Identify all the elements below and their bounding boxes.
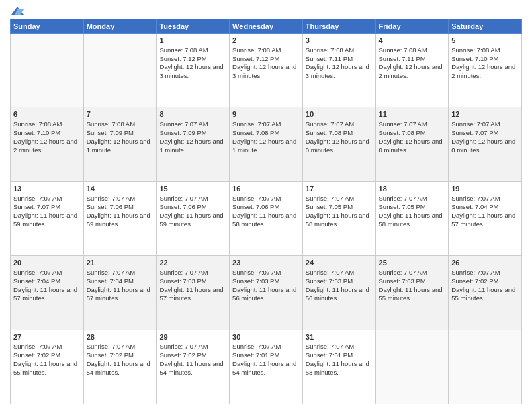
calendar-day-header: Monday (83, 19, 157, 34)
sunset-text: Sunset: 7:02 PM (451, 277, 498, 285)
sunrise-text: Sunrise: 7:08 AM (451, 46, 500, 54)
calendar-cell: 1Sunrise: 7:08 AMSunset: 7:12 PMDaylight… (157, 34, 230, 107)
daylight-text: Daylight: 12 hours and 1 minute. (87, 138, 150, 154)
calendar-cell: 14Sunrise: 7:07 AMSunset: 7:06 PMDayligh… (83, 181, 157, 255)
calendar-week-row: 6Sunrise: 7:08 AMSunset: 7:10 PMDaylight… (11, 107, 522, 181)
calendar-cell: 27Sunrise: 7:07 AMSunset: 7:02 PMDayligh… (11, 330, 84, 404)
day-number: 28 (87, 332, 154, 342)
sunset-text: Sunset: 7:04 PM (13, 277, 60, 285)
calendar-cell (11, 34, 84, 107)
day-number: 19 (451, 184, 519, 194)
sunset-text: Sunset: 7:01 PM (232, 351, 279, 359)
calendar-cell: 16Sunrise: 7:07 AMSunset: 7:06 PMDayligh… (230, 181, 303, 255)
sunrise-text: Sunrise: 7:07 AM (232, 195, 281, 202)
daylight-text: Daylight: 11 hours and 54 minutes. (87, 360, 150, 376)
sunset-text: Sunset: 7:09 PM (159, 129, 206, 136)
calendar-cell: 5Sunrise: 7:08 AMSunset: 7:10 PMDaylight… (449, 34, 522, 107)
sunset-text: Sunset: 7:12 PM (159, 55, 206, 62)
daylight-text: Daylight: 12 hours and 2 minutes. (451, 63, 515, 79)
calendar-day-header: Wednesday (230, 19, 303, 34)
sunset-text: Sunset: 7:04 PM (87, 277, 134, 285)
calendar-cell: 31Sunrise: 7:07 AMSunset: 7:01 PMDayligh… (302, 330, 375, 404)
day-number: 21 (87, 258, 154, 268)
calendar-table: SundayMondayTuesdayWednesdayThursdayFrid… (10, 19, 522, 404)
calendar-cell: 29Sunrise: 7:07 AMSunset: 7:02 PMDayligh… (157, 330, 230, 404)
day-number: 23 (232, 258, 300, 268)
calendar-cell (375, 330, 449, 404)
sunrise-text: Sunrise: 7:08 AM (13, 120, 62, 128)
daylight-text: Daylight: 11 hours and 56 minutes. (306, 286, 369, 302)
calendar-cell: 25Sunrise: 7:07 AMSunset: 7:03 PMDayligh… (375, 256, 449, 330)
day-number: 16 (232, 184, 300, 194)
calendar-cell: 20Sunrise: 7:07 AMSunset: 7:04 PMDayligh… (11, 256, 84, 330)
sunset-text: Sunset: 7:07 PM (13, 203, 60, 210)
day-number: 7 (87, 109, 154, 120)
sunrise-text: Sunrise: 7:07 AM (159, 120, 208, 128)
daylight-text: Daylight: 11 hours and 56 minutes. (232, 286, 296, 302)
day-number: 15 (159, 184, 226, 194)
sunset-text: Sunset: 7:12 PM (232, 55, 279, 62)
sunset-text: Sunset: 7:08 PM (306, 129, 353, 136)
day-number: 24 (306, 258, 373, 268)
sunrise-text: Sunrise: 7:07 AM (306, 342, 354, 350)
logo-icon (11, 5, 24, 16)
sunset-text: Sunset: 7:02 PM (87, 351, 134, 359)
sunset-text: Sunset: 7:03 PM (306, 277, 353, 285)
sunrise-text: Sunrise: 7:07 AM (232, 342, 281, 350)
daylight-text: Daylight: 12 hours and 1 minute. (232, 138, 296, 154)
day-number: 8 (159, 109, 226, 120)
calendar-cell: 11Sunrise: 7:07 AMSunset: 7:08 PMDayligh… (375, 107, 449, 181)
calendar-cell: 13Sunrise: 7:07 AMSunset: 7:07 PMDayligh… (11, 181, 84, 255)
sunset-text: Sunset: 7:05 PM (306, 203, 353, 210)
day-number: 11 (379, 109, 446, 120)
daylight-text: Daylight: 12 hours and 1 minute. (159, 138, 223, 154)
daylight-text: Daylight: 12 hours and 2 minutes. (379, 63, 443, 79)
sunset-text: Sunset: 7:10 PM (451, 55, 498, 62)
sunset-text: Sunset: 7:08 PM (232, 129, 279, 136)
calendar-cell: 22Sunrise: 7:07 AMSunset: 7:03 PMDayligh… (157, 256, 230, 330)
header (10, 7, 522, 15)
sunrise-text: Sunrise: 7:07 AM (159, 342, 208, 350)
sunrise-text: Sunrise: 7:07 AM (13, 269, 62, 276)
day-number: 1 (159, 36, 226, 46)
calendar-cell: 12Sunrise: 7:07 AMSunset: 7:07 PMDayligh… (449, 107, 522, 181)
daylight-text: Daylight: 12 hours and 3 minutes. (232, 63, 296, 79)
calendar-cell: 3Sunrise: 7:08 AMSunset: 7:11 PMDaylight… (302, 34, 375, 107)
sunset-text: Sunset: 7:10 PM (13, 129, 60, 136)
calendar-cell: 4Sunrise: 7:08 AMSunset: 7:11 PMDaylight… (375, 34, 449, 107)
sunrise-text: Sunrise: 7:07 AM (306, 269, 354, 276)
daylight-text: Daylight: 11 hours and 57 minutes. (13, 286, 77, 302)
daylight-text: Daylight: 11 hours and 59 minutes. (159, 212, 223, 228)
sunrise-text: Sunrise: 7:08 AM (232, 46, 281, 54)
day-number: 13 (13, 184, 81, 194)
daylight-text: Daylight: 11 hours and 57 minutes. (87, 286, 150, 302)
day-number: 18 (379, 184, 446, 194)
day-number: 14 (87, 184, 154, 194)
day-number: 10 (306, 109, 373, 120)
sunset-text: Sunset: 7:03 PM (379, 277, 426, 285)
daylight-text: Daylight: 11 hours and 58 minutes. (306, 212, 369, 228)
daylight-text: Daylight: 11 hours and 57 minutes. (451, 212, 515, 228)
sunrise-text: Sunrise: 7:07 AM (379, 195, 427, 202)
day-number: 9 (232, 109, 300, 120)
calendar-day-header: Friday (375, 19, 449, 34)
day-number: 29 (159, 332, 226, 342)
day-number: 22 (159, 258, 226, 268)
day-number: 26 (451, 258, 519, 268)
daylight-text: Daylight: 11 hours and 59 minutes. (87, 212, 150, 228)
sunrise-text: Sunrise: 7:08 AM (379, 46, 427, 54)
calendar-header-row: SundayMondayTuesdayWednesdayThursdayFrid… (11, 19, 522, 34)
calendar-cell: 2Sunrise: 7:08 AMSunset: 7:12 PMDaylight… (230, 34, 303, 107)
daylight-text: Daylight: 12 hours and 0 minutes. (306, 138, 369, 154)
sunrise-text: Sunrise: 7:07 AM (87, 195, 135, 202)
daylight-text: Daylight: 11 hours and 59 minutes. (13, 212, 77, 228)
sunrise-text: Sunrise: 7:08 AM (159, 46, 208, 54)
calendar-cell: 26Sunrise: 7:07 AMSunset: 7:02 PMDayligh… (449, 256, 522, 330)
day-number: 27 (13, 332, 81, 342)
calendar-cell: 23Sunrise: 7:07 AMSunset: 7:03 PMDayligh… (230, 256, 303, 330)
calendar-cell: 18Sunrise: 7:07 AMSunset: 7:05 PMDayligh… (375, 181, 449, 255)
day-number: 30 (232, 332, 300, 342)
daylight-text: Daylight: 11 hours and 57 minutes. (159, 286, 223, 302)
sunrise-text: Sunrise: 7:07 AM (13, 342, 62, 350)
sunrise-text: Sunrise: 7:07 AM (159, 269, 208, 276)
